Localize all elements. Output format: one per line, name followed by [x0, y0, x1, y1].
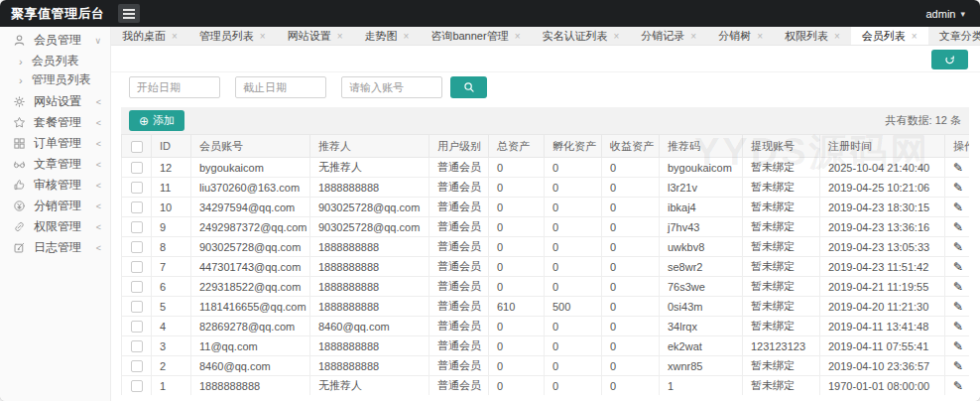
- sidebar-item-gear[interactable]: 网站设置 <: [0, 91, 110, 112]
- search-icon: [463, 81, 475, 93]
- cell-total-assets: 610: [489, 297, 545, 317]
- plus-circle-icon: ⊕: [139, 115, 149, 127]
- tab-close-icon[interactable]: ×: [515, 31, 521, 42]
- edit-icon[interactable]: ✎: [953, 162, 963, 174]
- cell-id: 9: [152, 217, 191, 237]
- tab[interactable]: 咨询banner管理 ×: [420, 27, 531, 45]
- cell-incubate-assets: 0: [545, 257, 602, 277]
- hamburger-menu-icon[interactable]: [118, 4, 140, 23]
- tab[interactable]: 实名认证列表 ×: [531, 27, 630, 45]
- edit-icon[interactable]: ✎: [953, 321, 963, 333]
- edit-icon[interactable]: ✎: [953, 380, 963, 392]
- sidebar-subitem[interactable]: › 管理员列表: [0, 70, 110, 89]
- column-header-7: 推荐码: [660, 135, 743, 158]
- cell-register-time: 2019-04-11 07:55:41: [820, 336, 945, 356]
- row-checkbox[interactable]: [131, 380, 143, 392]
- cell-referral-code: 0si43m: [660, 297, 743, 317]
- tab[interactable]: 分销树 ×: [707, 27, 774, 45]
- select-all-checkbox[interactable]: [131, 141, 143, 153]
- edit-icon[interactable]: ✎: [953, 241, 963, 253]
- cell-id: 5: [152, 297, 191, 317]
- cell-actions: ✎: [945, 356, 970, 376]
- tab-close-icon[interactable]: ×: [757, 31, 763, 42]
- edit-icon[interactable]: ✎: [953, 360, 963, 372]
- tab[interactable]: 走势图 ×: [354, 27, 421, 45]
- cell-total-assets: 0: [489, 317, 545, 336]
- column-header-0: ID: [152, 135, 191, 158]
- tab-close-icon[interactable]: ×: [690, 31, 696, 42]
- edit-icon[interactable]: ✎: [953, 201, 963, 213]
- cell-withdraw-account: 暂未绑定: [743, 158, 820, 178]
- row-checkbox[interactable]: [131, 221, 143, 233]
- tab[interactable]: 我的桌面 ×: [111, 27, 188, 45]
- cell-actions: ✎: [945, 217, 970, 237]
- sidebar-item-link[interactable]: 权限管理 <: [0, 216, 110, 237]
- chevron-down-icon: ▾: [960, 9, 965, 19]
- tab[interactable]: 文章分类列表 ×: [928, 27, 980, 45]
- end-date-input[interactable]: [235, 76, 326, 98]
- edit-icon[interactable]: ✎: [953, 261, 963, 273]
- cell-total-assets: 0: [489, 237, 545, 257]
- sidebar-item-label: 会员管理: [34, 32, 81, 49]
- tab-close-icon[interactable]: ×: [912, 31, 918, 42]
- tab[interactable]: 会员列表 ×: [851, 27, 928, 45]
- tab-close-icon[interactable]: ×: [404, 31, 410, 42]
- cell-referrer: 1888888888: [310, 356, 429, 376]
- sidebar: 会员管理 ∨ › 会员列表 › 管理员列表 网站设置 < 套餐管理 < 订单管理…: [0, 27, 111, 401]
- row-checkbox[interactable]: [131, 340, 143, 352]
- row-checkbox[interactable]: [131, 281, 143, 293]
- tab-close-icon[interactable]: ×: [613, 31, 619, 42]
- row-checkbox[interactable]: [131, 321, 143, 333]
- sidebar-item-glasses[interactable]: 文章管理 <: [0, 154, 110, 175]
- row-checkbox[interactable]: [131, 162, 143, 174]
- edit-icon[interactable]: ✎: [953, 221, 963, 233]
- cell-level: 普通会员: [429, 217, 489, 237]
- tab[interactable]: 分销记录 ×: [630, 27, 707, 45]
- account-search-input[interactable]: [341, 76, 442, 98]
- app-window: 聚享值管理后台 admin ▾ 会员管理 ∨ › 会员列表 › 管理员列表 网站…: [0, 0, 980, 401]
- user-dropdown[interactable]: admin ▾: [926, 8, 980, 20]
- sidebar-item-star[interactable]: 套餐管理 <: [0, 112, 110, 133]
- row-checkbox[interactable]: [131, 241, 143, 253]
- column-header-8: 提现账号: [743, 135, 820, 158]
- cell-referral-code: l3r21v: [660, 178, 743, 198]
- sidebar-item-log[interactable]: 日志管理 <: [0, 237, 110, 258]
- edit-icon[interactable]: ✎: [953, 340, 963, 352]
- sidebar-item-money[interactable]: 分销管理 <: [0, 196, 110, 216]
- cell-actions: ✎: [945, 317, 970, 336]
- tab[interactable]: 网站设置 ×: [277, 27, 354, 45]
- sidebar-item-grid[interactable]: 订单管理 <: [0, 133, 110, 154]
- cell-withdraw-account: 暂未绑定: [743, 317, 820, 336]
- add-button[interactable]: ⊕ 添加: [129, 110, 184, 131]
- chevron-icon: <: [96, 222, 101, 232]
- row-checkbox[interactable]: [131, 301, 143, 313]
- sidebar-item-label: 订单管理: [34, 135, 81, 152]
- cell-income-assets: 0: [602, 178, 660, 198]
- refresh-button[interactable]: [931, 50, 968, 69]
- column-header-9: 注册时间: [820, 135, 945, 158]
- row-checkbox[interactable]: [131, 201, 143, 213]
- edit-icon[interactable]: ✎: [953, 182, 963, 194]
- row-checkbox[interactable]: [131, 360, 143, 372]
- tab-close-icon[interactable]: ×: [834, 31, 840, 42]
- start-date-input[interactable]: [129, 76, 220, 98]
- search-button[interactable]: [450, 76, 487, 98]
- tab-close-icon[interactable]: ×: [172, 31, 178, 42]
- table-row: 4 82869278@qq.com 8460@qq.com 普通会员 0 0 0…: [122, 317, 970, 336]
- cell-incubate-assets: 0: [545, 158, 602, 178]
- row-checkbox[interactable]: [131, 182, 143, 194]
- sidebar-subitem[interactable]: › 会员列表: [0, 52, 110, 70]
- tab-close-icon[interactable]: ×: [337, 31, 343, 42]
- link-icon: [13, 220, 26, 233]
- tab-close-icon[interactable]: ×: [260, 31, 266, 42]
- edit-icon[interactable]: ✎: [953, 281, 963, 293]
- tab[interactable]: 权限列表 ×: [774, 27, 851, 45]
- tab[interactable]: 管理员列表 ×: [188, 27, 277, 45]
- row-checkbox[interactable]: [131, 261, 143, 273]
- cell-level: 普通会员: [429, 158, 489, 178]
- edit-icon[interactable]: ✎: [953, 301, 963, 313]
- sidebar-item-user[interactable]: 会员管理 ∨: [0, 30, 110, 51]
- sidebar-item-thumbs-up[interactable]: 审核管理 <: [0, 175, 110, 196]
- cell-id: 8: [152, 237, 191, 257]
- topbar: 聚享值管理后台 admin ▾: [0, 0, 980, 27]
